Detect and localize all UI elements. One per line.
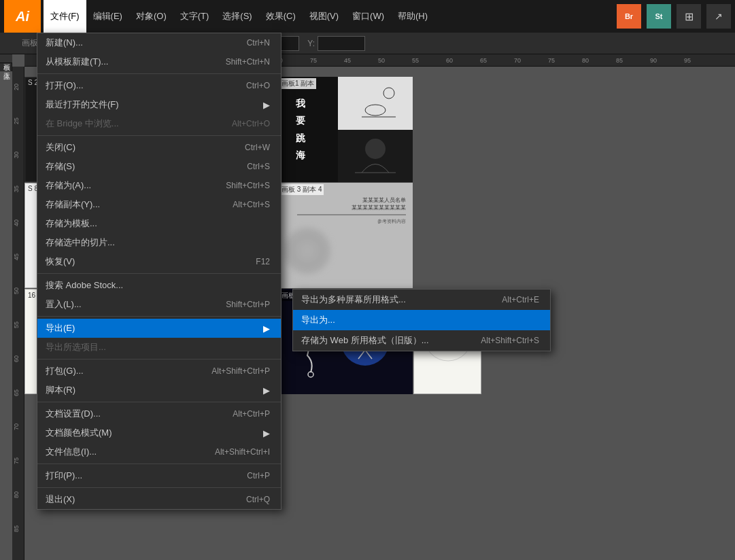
artboard-label-text: 画板	[22, 37, 38, 49]
grid-icon[interactable]: ⊞	[677, 4, 701, 29]
doc-color-arrow-icon: ▶	[263, 428, 270, 438]
menu-type[interactable]: 文字(T)	[173, 0, 216, 33]
svg-text:85: 85	[616, 57, 623, 64]
file-menu-dropdown: 新建(N)... Ctrl+N 从模板新建(T)... Shift+Ctrl+N…	[37, 33, 281, 510]
svg-text:70: 70	[514, 57, 521, 64]
svg-text:80: 80	[582, 57, 589, 64]
menu-bar: Ai 文件(F) 编辑(E) 对象(O) 文字(T) 选择(S) 效果(C) 视…	[0, 0, 735, 33]
menu-window[interactable]: 窗口(W)	[345, 0, 391, 33]
scripts-arrow-icon: ▶	[263, 385, 270, 396]
menu-item-doc-color[interactable]: 文档颜色模式(M) ▶	[37, 423, 281, 442]
export-as-label: 导出为...	[301, 314, 335, 326]
svg-text:65: 65	[480, 57, 487, 64]
menu-item-file-info[interactable]: 文件信息(I)... Alt+Shift+Ctrl+I	[37, 442, 281, 461]
menu-item-revert[interactable]: 恢复(V) F12	[37, 252, 281, 271]
export-screens-shortcut: Alt+Ctrl+E	[488, 295, 539, 304]
menu-item-save-as[interactable]: 存储为(A)... Shift+Ctrl+S	[37, 176, 281, 195]
share-icon[interactable]: ↗	[706, 4, 731, 29]
separator-8	[37, 487, 281, 488]
panel-tab-artboard[interactable]: 画板	[0, 54, 12, 63]
artboard-10: 10 - 画板 3 副本 4 某某某某人员名单某某某某某某某某某某 参考资料内容	[263, 183, 413, 288]
bridge-icon[interactable]: Br	[617, 4, 641, 29]
menu-item-doc-settings[interactable]: 文档设置(D)... Alt+Ctrl+P	[37, 404, 281, 423]
export-submenu-as[interactable]: 导出为...	[293, 310, 550, 330]
menu-help[interactable]: 帮助(H)	[391, 0, 434, 33]
svg-text:60: 60	[446, 57, 453, 64]
svg-point-56	[308, 372, 313, 377]
stock-icon[interactable]: St	[647, 4, 671, 29]
app-logo: Ai	[4, 0, 41, 33]
menu-item-save-copy[interactable]: 存储副本(Y)... Alt+Ctrl+S	[37, 195, 281, 214]
separator-5	[37, 359, 281, 360]
export-screens-label: 导出为多种屏幕所用格式...	[301, 294, 406, 306]
menu-item-scripts[interactable]: 脚本(R) ▶	[37, 381, 281, 400]
menu-item-open[interactable]: 打开(O)... Ctrl+O	[37, 76, 281, 95]
menu-item-package[interactable]: 打包(G)... Alt+Shift+Ctrl+P	[37, 362, 281, 381]
svg-text:45: 45	[344, 57, 351, 64]
separator-7	[37, 463, 281, 464]
menu-item-quit[interactable]: 退出(X) Ctrl+Q	[37, 490, 281, 509]
export-arrow-icon: ▶	[263, 323, 270, 334]
svg-point-36	[383, 88, 394, 99]
separator-4	[37, 316, 281, 317]
menu-select[interactable]: 选择(S)	[216, 0, 258, 33]
artboard-07: 07 - 画板1 副本 我要跳海	[263, 77, 413, 182]
export-submenu-dropdown: 导出为多种屏幕所用格式... Alt+Ctrl+E 导出为... 存储为 Web…	[292, 289, 551, 351]
menu-item-new-template[interactable]: 从模板新建(T)... Shift+Ctrl+N	[37, 52, 281, 71]
svg-text:75: 75	[310, 57, 317, 64]
menu-item-print[interactable]: 打印(P)... Ctrl+P	[37, 466, 281, 485]
svg-point-38	[365, 105, 386, 116]
svg-text:55: 55	[412, 57, 419, 64]
svg-point-39	[365, 139, 386, 159]
menu-edit[interactable]: 编辑(E)	[86, 0, 129, 33]
menu-view[interactable]: 视图(V)	[303, 0, 345, 33]
menu-item-search-stock[interactable]: 搜索 Adobe Stock...	[37, 276, 281, 295]
export-submenu-web[interactable]: 存储为 Web 所用格式（旧版）... Alt+Shift+Ctrl+S	[293, 330, 550, 351]
menu-item-save[interactable]: 存储(S) Ctrl+S	[37, 157, 281, 176]
tools-panel	[12, 67, 24, 560]
recent-arrow-icon: ▶	[263, 100, 270, 110]
export-web-shortcut: Alt+Shift+Ctrl+S	[467, 336, 539, 345]
menu-file[interactable]: 文件(F)	[44, 0, 86, 33]
menu-item-bridge[interactable]: 在 Bridge 中浏览... Alt+Ctrl+O	[37, 114, 281, 133]
menu-item-export[interactable]: 导出(E) ▶	[37, 319, 281, 338]
menu-object[interactable]: 对象(O)	[129, 0, 173, 33]
separator-2	[37, 135, 281, 136]
export-submenu-screens[interactable]: 导出为多种屏幕所用格式... Alt+Ctrl+E	[293, 290, 550, 310]
menu-item-new[interactable]: 新建(N)... Ctrl+N	[37, 33, 281, 52]
menu-effect[interactable]: 效果(C)	[259, 0, 303, 33]
menu-item-place[interactable]: 置入(L)... Shift+Ctrl+P	[37, 295, 281, 314]
menu-item-save-template[interactable]: 存储为模板...	[37, 214, 281, 233]
separator-3	[37, 273, 281, 274]
menu-item-close[interactable]: 关闭(C) Ctrl+W	[37, 138, 281, 157]
right-toolbar-icons: Br St ⊞ ↗	[617, 4, 731, 29]
menu-item-export-selected[interactable]: 导出所选项目...	[37, 338, 281, 357]
separator-1	[37, 73, 281, 74]
separator-6	[37, 402, 281, 402]
svg-text:90: 90	[650, 57, 657, 64]
svg-text:95: 95	[684, 57, 691, 64]
y-input[interactable]	[318, 36, 365, 51]
panel-tab-3d[interactable]: 立体工	[0, 63, 12, 71]
export-web-label: 存储为 Web 所用格式（旧版）...	[301, 334, 429, 347]
menu-item-save-selected[interactable]: 存储选中的切片...	[37, 233, 281, 252]
svg-text:75: 75	[548, 57, 555, 64]
svg-text:50: 50	[378, 57, 385, 64]
menu-item-recent[interactable]: 最近打开的文件(F) ▶	[37, 95, 281, 114]
y-label: Y:	[307, 39, 315, 48]
